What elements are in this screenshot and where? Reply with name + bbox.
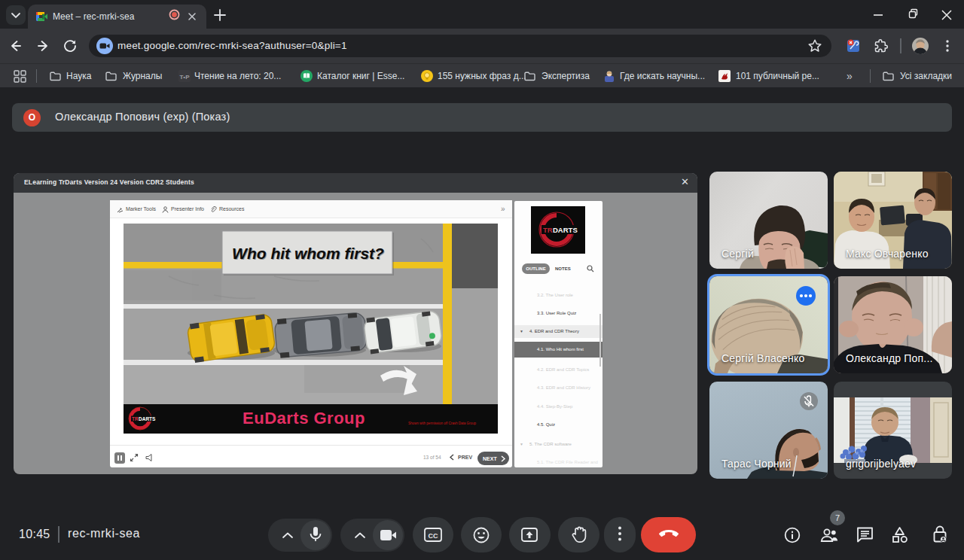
svg-text:T•P: T•P [179, 74, 190, 81]
svg-text:TR: TR [543, 226, 553, 234]
svg-text:DARTS: DARTS [553, 226, 578, 234]
svg-text:CC: CC [429, 532, 438, 540]
svg-text:Who hit whom first?: Who hit whom first? [232, 245, 384, 262]
